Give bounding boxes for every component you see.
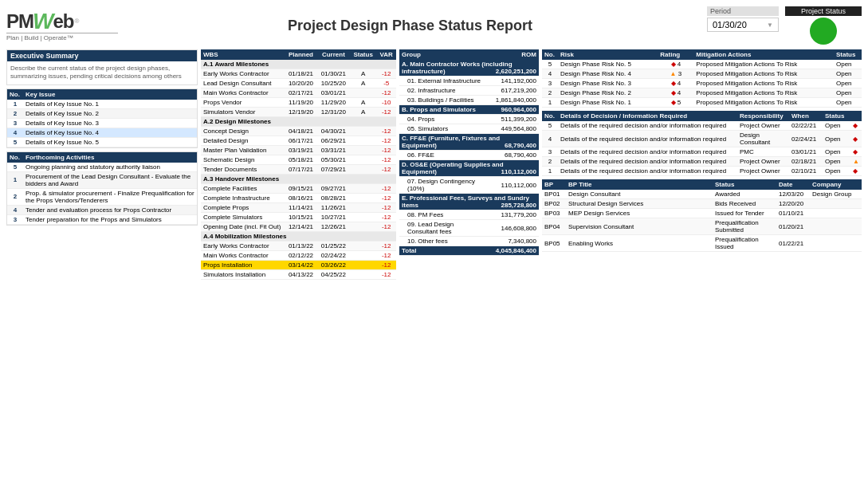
bp-section: BP BP Title Status Date Company BP01 Des… — [542, 179, 862, 252]
table-row: 5 Design Phase Risk No. 5 ◆ 4 Proposed M… — [542, 60, 862, 69]
table-row: Props Installation 03/14/22 03/26/22 -12 — [201, 261, 396, 270]
decision-table: No. Details of Decision / Information Re… — [542, 111, 862, 176]
table-row: 06. FF&E68,790,400 — [399, 151, 539, 160]
right-panel: No. Risk Rating Mitigation Actions Statu… — [542, 49, 862, 485]
table-row: Total4,045,846,400 — [399, 246, 539, 256]
risk-col-mitigation: Mitigation Actions — [693, 49, 834, 60]
risk-table: No. Risk Rating Mitigation Actions Statu… — [542, 49, 862, 108]
table-row: 3 Design Phase Risk No. 3 ◆ 4 Proposed M… — [542, 79, 862, 88]
executive-summary-body: Describe the current status of the proje… — [7, 61, 197, 84]
table-row: BP04 Supervision Consultant Prequalifica… — [542, 218, 862, 235]
table-row: 02. Infrastructure617,219,200 — [399, 86, 539, 96]
logo-area: PM W eb ® Plan | Build | Operate™ — [6, 10, 118, 41]
period-value: 01/30/20 — [713, 20, 747, 29]
status-indicator — [810, 18, 837, 45]
list-item: 5Details of Key Issue No. 5 — [7, 137, 197, 147]
table-row: Simulators Vendor 12/19/20 12/31/20 A -1… — [201, 108, 396, 117]
table-row: Early Works Contractor 01/13/22 01/25/22… — [201, 242, 396, 251]
group-table: Group ROM A. Main Contractor Works (incl… — [399, 49, 539, 256]
key-issues-table: No. Key Issue 1Details of Key Issue No. … — [7, 89, 197, 147]
list-item: 3Details of Key Issue No. 3 — [7, 118, 197, 128]
key-issues-detail-header: Key Issue — [23, 89, 197, 100]
decision-col-icon — [850, 111, 862, 121]
project-status-label: Project Status — [785, 6, 862, 16]
executive-summary-header: Executive Summary — [7, 50, 197, 61]
bp-col-title: BP Title — [566, 179, 713, 190]
table-row: Complete Simulators 10/15/21 10/27/21 -1… — [201, 213, 396, 222]
table-row: BP02 Structural Design Services Bids Rec… — [542, 199, 862, 209]
table-row: Concept Design 04/18/21 04/30/21 -12 — [201, 127, 396, 136]
table-row: 04. Props511,399,200 — [399, 115, 539, 124]
table-row: Main Works Contractor 02/17/21 03/01/21 … — [201, 88, 396, 98]
decision-col-detail: Details of Decision / Information Requir… — [558, 111, 737, 121]
period-label: Period — [707, 6, 779, 16]
table-row: 05. Simulators449,564,800 — [399, 124, 539, 134]
table-row: Complete Facilities 09/15/21 09/27/21 -1… — [201, 184, 396, 194]
decision-col-status: Status — [823, 111, 850, 121]
table-row: B. Props and Simulators 960,964,000 — [399, 105, 539, 115]
header: PM W eb ® Plan | Build | Operate™ Projec… — [6, 6, 862, 45]
period-section: Period 01/30/20 ▼ — [707, 6, 779, 32]
risk-col-status: Status — [834, 49, 862, 60]
wbs-section-header: A.2 Design Milestones — [201, 117, 396, 127]
decision-col-responsibility: Responsibility — [737, 111, 789, 121]
table-row: Props Vendor 11/19/20 11/29/20 A -10 — [201, 98, 396, 108]
chevron-down-icon[interactable]: ▼ — [767, 22, 773, 29]
executive-summary-text: Describe the current status of the proje… — [10, 65, 194, 81]
list-item: 4Tender and evaluation process for Props… — [7, 205, 197, 214]
table-row: 03. Buildings / Facilities1,861,840,000 — [399, 96, 539, 105]
page: PM W eb ® Plan | Build | Operate™ Projec… — [0, 0, 868, 491]
main-content: Executive Summary Describe the current s… — [6, 49, 862, 485]
risk-col-no: No. — [542, 49, 558, 60]
table-row: 4 Details of the required decision and/o… — [542, 131, 862, 147]
left-panel: Executive Summary Describe the current s… — [6, 49, 198, 485]
table-row: 2 Details of the required decision and/o… — [542, 157, 862, 167]
table-row: C. FF&E (Furniture, Fixtures and Equipme… — [399, 134, 539, 151]
group-panel: Group ROM A. Main Contractor Works (incl… — [399, 49, 539, 485]
decision-col-no: No. — [542, 111, 558, 121]
wbs-col-var: VAR — [376, 49, 396, 60]
wbs-section-header: A.3 Handover Milestones — [201, 175, 396, 184]
table-row: Lead Design Consultant 10/20/20 10/25/20… — [201, 79, 396, 88]
executive-summary-box: Executive Summary Describe the current s… — [6, 49, 198, 85]
list-item: 3Tender preparation for the Props and Si… — [7, 214, 197, 224]
bp-table: BP BP Title Status Date Company BP01 Des… — [542, 179, 862, 252]
table-row: 07. Design Contingency (10%)110,112,000 — [399, 177, 539, 194]
list-item: 4Details of Key Issue No. 4 — [7, 128, 197, 137]
forthcoming-table: No. Forthcoming Activities 5Ongoing plan… — [7, 152, 197, 225]
group-col-rom: ROM — [486, 49, 539, 60]
forthcoming-box: No. Forthcoming Activities 5Ongoing plan… — [6, 151, 198, 226]
table-row: BP05 Enabling Works Prequalification Iss… — [542, 235, 862, 252]
list-item: 1Procurement of the Lead Design Consulta… — [7, 171, 197, 188]
table-row: 2 Design Phase Risk No. 2 ◆ 4 Proposed M… — [542, 88, 862, 98]
report-title: Project Design Phase Status Report — [118, 18, 702, 34]
table-row: 09. Lead Design Consultant fees146,608,8… — [399, 220, 539, 237]
project-status-section: Project Status — [785, 6, 862, 45]
risk-col-risk: Risk — [558, 49, 658, 60]
table-row: 08. PM Fees131,779,200 — [399, 210, 539, 220]
wbs-section-header: A.1 Award Milestones — [201, 60, 396, 69]
decision-section: No. Details of Decision / Information Re… — [542, 111, 862, 176]
wbs-col-planned: Planned — [285, 49, 317, 60]
table-row: 01. External Infrastructure141,192,000 — [399, 77, 539, 86]
forthcoming-header: Forthcoming Activities — [23, 152, 197, 163]
bp-col-company: Company — [810, 179, 862, 190]
wbs-col-status: Status — [350, 49, 377, 60]
table-row: D. OS&E (Operating Supplies and Equipmen… — [399, 160, 539, 177]
list-item: 1Details of Key Issue No. 1 — [7, 100, 197, 109]
list-item: 5Ongoing planning and statutory authorit… — [7, 163, 197, 172]
period-input[interactable]: 01/30/20 ▼ — [707, 18, 779, 32]
forthcoming-no-header: No. — [7, 152, 23, 163]
table-row: 4 Design Phase Risk No. 4 ▲ 3 Proposed M… — [542, 69, 862, 79]
wbs-panel: WBS Planned Current Status VAR A.1 Award… — [201, 49, 396, 485]
table-row: Detailed Design 06/17/21 06/29/21 -12 — [201, 136, 396, 146]
key-issues-box: No. Key Issue 1Details of Key Issue No. … — [6, 88, 198, 148]
bp-col-date: Date — [776, 179, 810, 190]
decision-col-when: When — [789, 111, 823, 121]
header-right: Period 01/30/20 ▼ Project Status — [702, 6, 862, 45]
table-row: Master Plan Validation 03/19/21 03/31/21… — [201, 146, 396, 155]
table-row: 10. Other fees7,340,800 — [399, 237, 539, 246]
wbs-col-name: WBS — [201, 49, 285, 60]
table-row: Tender Documents 07/17/21 07/29/21 -12 — [201, 165, 396, 175]
risk-section: No. Risk Rating Mitigation Actions Statu… — [542, 49, 862, 108]
